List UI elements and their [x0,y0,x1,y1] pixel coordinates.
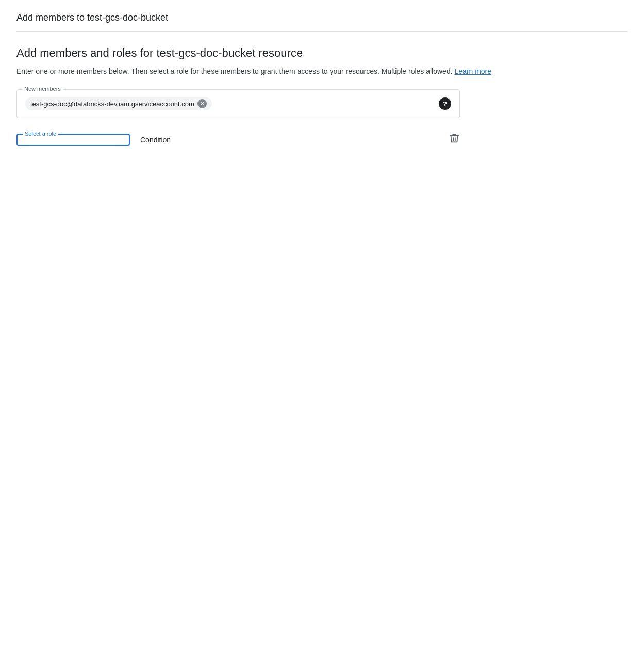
page-top-title: Add members to test-gcs-doc-bucket [16,12,628,32]
member-chip: test-gcs-doc@databricks-dev.iam.gservice… [25,97,212,110]
chip-and-help: test-gcs-doc@databricks-dev.iam.gservice… [25,97,451,110]
chip-value: test-gcs-doc@databricks-dev.iam.gservice… [30,100,194,108]
new-members-label: New members [22,86,63,92]
chip-close-button[interactable]: ✕ [197,99,207,108]
section-desc: Enter one or more members below. Then se… [16,66,628,77]
learn-more-link[interactable]: Learn more [454,67,491,75]
role-row: Select a role Condition [16,133,460,146]
help-icon[interactable]: ? [439,97,451,110]
delete-role-icon[interactable] [449,133,460,146]
select-role-button[interactable]: Select a role [16,134,130,146]
select-role-label: Select a role [23,130,58,137]
member-chips: test-gcs-doc@databricks-dev.iam.gservice… [25,97,212,110]
section-title: Add members and roles for test-gcs-doc-b… [16,46,628,60]
new-members-field: New members test-gcs-doc@databricks-dev.… [16,89,460,118]
page-container: Add members to test-gcs-doc-bucket Add m… [0,0,644,159]
condition-label: Condition [140,136,171,144]
